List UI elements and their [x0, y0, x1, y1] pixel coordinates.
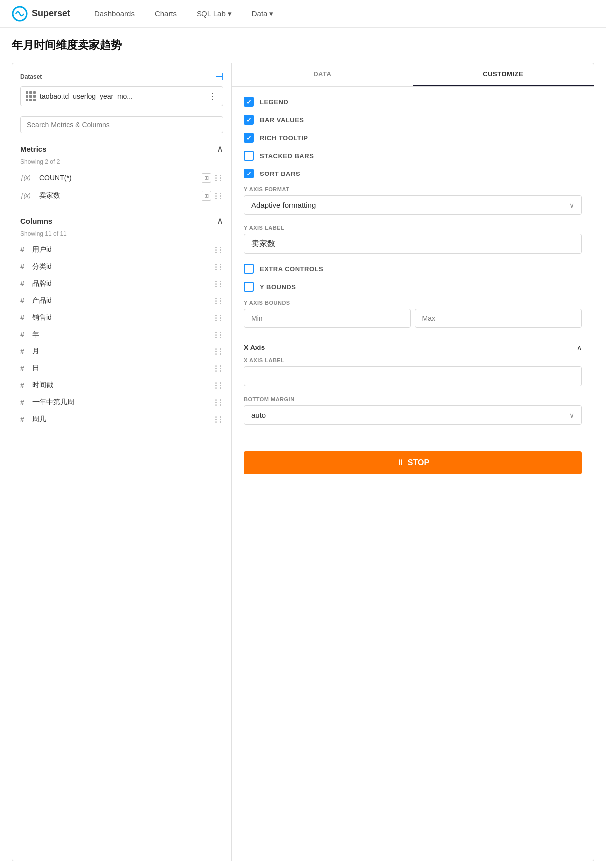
- col-drag-1[interactable]: [215, 264, 223, 270]
- right-panel: DATA CUSTOMIZE ✓ LEGEND ✓: [232, 63, 594, 861]
- column-item-9: # 一年中第几周: [12, 394, 231, 411]
- col-drag-7[interactable]: [215, 365, 223, 372]
- metric-info-icon-0[interactable]: ⊞: [202, 173, 211, 183]
- col-name-5: 年: [32, 330, 211, 339]
- columns-toggle-icon[interactable]: ∧: [217, 215, 223, 226]
- y-axis-format-group: Y AXIS FORMAT Adaptive formatting ∨: [244, 186, 582, 215]
- extra-controls-label: EXTRA CONTROLS: [260, 265, 323, 273]
- nav-charts[interactable]: Charts: [147, 5, 185, 22]
- x-axis-label-input[interactable]: [244, 366, 582, 386]
- rich-tooltip-checkbox[interactable]: ✓: [244, 133, 254, 143]
- navbar: Superset Dashboards Charts SQL Lab ▾ Dat…: [0, 0, 606, 28]
- sort-bars-check-icon: ✓: [246, 170, 252, 177]
- metric-drag-0[interactable]: [215, 175, 223, 181]
- bar-values-check-icon: ✓: [246, 116, 252, 124]
- extra-controls-checkbox[interactable]: [244, 264, 254, 274]
- dataset-label-row: Dataset ⊣: [20, 71, 223, 82]
- tab-data[interactable]: DATA: [232, 63, 413, 86]
- col-drag-6[interactable]: [215, 348, 223, 355]
- nav-data[interactable]: Data ▾: [244, 5, 282, 22]
- y-axis-format-chevron-icon: ∨: [569, 201, 574, 209]
- column-item-7: # 日: [12, 360, 231, 377]
- y-axis-label-group: Y AXIS LABEL: [244, 225, 582, 254]
- sort-bars-checkbox[interactable]: ✓: [244, 169, 254, 178]
- y-axis-label-input[interactable]: [244, 234, 582, 254]
- sort-bars-label: SORT BARS: [260, 170, 300, 177]
- metrics-header: Metrics ∧: [12, 137, 231, 157]
- dataset-grid-icon: [26, 91, 36, 101]
- bar-values-checkbox[interactable]: ✓: [244, 115, 254, 125]
- col-name-0: 用户id: [32, 245, 211, 254]
- col-hash-10: #: [20, 415, 28, 423]
- metric-info-icon-1[interactable]: ⊞: [202, 191, 211, 201]
- data-arrow-icon: ▾: [269, 9, 273, 18]
- y-axis-bounds-min-input[interactable]: [244, 309, 411, 328]
- metric-func-icon-0: ƒ(x): [20, 174, 35, 181]
- col-hash-5: #: [20, 331, 28, 339]
- column-item-1: # 分类id: [12, 258, 231, 275]
- column-item-5: # 年: [12, 326, 231, 343]
- tabs: DATA CUSTOMIZE: [232, 63, 594, 87]
- column-item-3: # 产品id: [12, 292, 231, 309]
- dataset-collapse-icon[interactable]: ⊣: [215, 71, 223, 82]
- left-panel: Dataset ⊣ taobao.td_userlog_year_mo... ⋮: [12, 63, 232, 861]
- col-name-1: 分类id: [32, 262, 211, 271]
- metrics-count: Showing 2 of 2: [12, 157, 231, 169]
- col-drag-4[interactable]: [215, 315, 223, 321]
- col-drag-9[interactable]: [215, 399, 223, 406]
- col-name-4: 销售id: [32, 313, 211, 322]
- col-name-3: 产品id: [32, 296, 211, 305]
- sqllab-arrow-icon: ▾: [228, 9, 232, 18]
- col-name-8: 时间戳: [32, 381, 211, 390]
- metric-drag-1[interactable]: [215, 193, 223, 199]
- col-drag-3[interactable]: [215, 298, 223, 304]
- y-axis-bounds-max-input[interactable]: [415, 309, 582, 328]
- nav-dashboards[interactable]: Dashboards: [86, 5, 143, 22]
- metric-func-icon-1: ƒ(x): [20, 192, 35, 199]
- legend-checkbox[interactable]: ✓: [244, 97, 254, 107]
- tab-customize[interactable]: CUSTOMIZE: [413, 63, 594, 86]
- stacked-bars-label: STACKED BARS: [260, 152, 314, 160]
- brand[interactable]: Superset: [12, 6, 70, 22]
- col-drag-0[interactable]: [215, 247, 223, 253]
- col-hash-8: #: [20, 381, 28, 389]
- bar-values-label: BAR VALUES: [260, 116, 304, 124]
- metrics-toggle-icon[interactable]: ∧: [217, 143, 223, 154]
- extra-controls-row: EXTRA CONTROLS: [244, 264, 582, 274]
- y-axis-label-label: Y AXIS LABEL: [244, 225, 582, 231]
- bottom-margin-group: BOTTOM MARGIN auto ∨: [244, 396, 582, 425]
- column-item-8: # 时间戳: [12, 377, 231, 394]
- y-axis-bounds-group: Y AXIS BOUNDS: [244, 300, 582, 328]
- bar-values-row: ✓ BAR VALUES: [244, 115, 582, 125]
- y-bounds-label: Y BOUNDS: [260, 283, 296, 291]
- col-drag-10[interactable]: [215, 416, 223, 423]
- rich-tooltip-row: ✓ RICH TOOLTIP: [244, 133, 582, 143]
- x-axis-section-header[interactable]: X Axis ∧: [244, 338, 582, 357]
- search-input[interactable]: [20, 116, 223, 133]
- y-bounds-checkbox[interactable]: [244, 282, 254, 292]
- column-item-10: # 周几: [12, 411, 231, 428]
- metric-name-0: COUNT(*): [39, 174, 198, 182]
- dataset-label-text: Dataset: [20, 73, 42, 80]
- dataset-options-icon[interactable]: ⋮: [208, 91, 218, 102]
- stop-button[interactable]: ⏸ STOP: [244, 451, 582, 474]
- col-hash-0: #: [20, 246, 28, 254]
- stacked-bars-checkbox[interactable]: [244, 151, 254, 161]
- metrics-title: Metrics: [20, 145, 47, 153]
- col-drag-2[interactable]: [215, 281, 223, 287]
- col-drag-5[interactable]: [215, 332, 223, 338]
- col-name-6: 月: [32, 347, 211, 356]
- brand-logo-icon: [12, 6, 28, 22]
- bottom-margin-select[interactable]: auto ∨: [244, 405, 582, 425]
- y-axis-bounds-label: Y AXIS BOUNDS: [244, 300, 582, 306]
- brand-name: Superset: [32, 8, 70, 19]
- page-title: 年月时间维度卖家趋势: [12, 38, 594, 53]
- y-axis-format-select[interactable]: Adaptive formatting ∨: [244, 195, 582, 215]
- rich-tooltip-check-icon: ✓: [246, 134, 252, 142]
- stacked-bars-row: STACKED BARS: [244, 151, 582, 161]
- stop-label: STOP: [408, 458, 429, 467]
- metric-name-1: 卖家数: [39, 191, 198, 200]
- col-drag-8[interactable]: [215, 382, 223, 389]
- nav-sqllab[interactable]: SQL Lab ▾: [189, 5, 240, 22]
- metric-item-1: ƒ(x) 卖家数 ⊞: [12, 187, 231, 205]
